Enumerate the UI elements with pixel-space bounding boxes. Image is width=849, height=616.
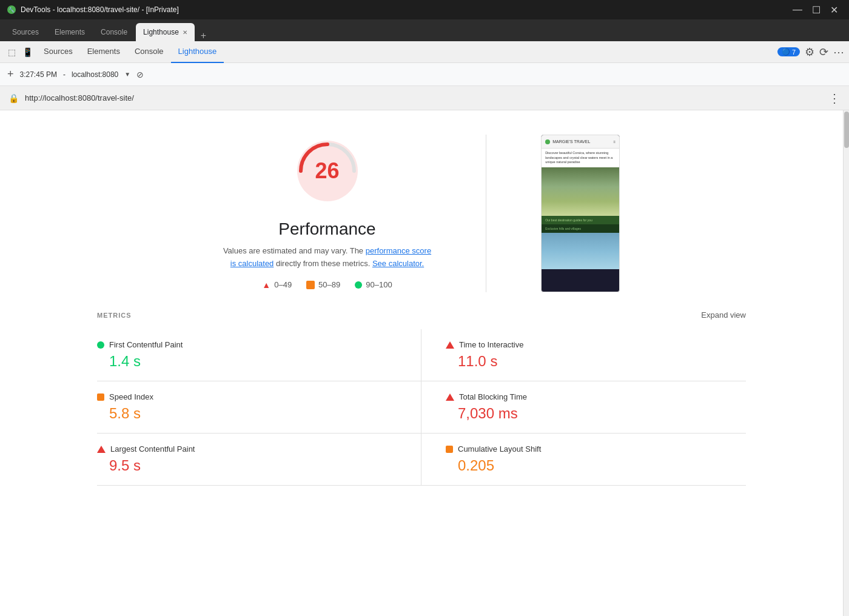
nav-tabs: Sources Elements Console Lighthouse bbox=[36, 41, 775, 63]
tab-sources-label: Sources bbox=[12, 28, 39, 36]
dropdown-icon[interactable]: ▼ bbox=[124, 71, 130, 78]
poor-icon: ▲ bbox=[262, 280, 270, 290]
mock-site-name: MARGIE'S TRAVEL bbox=[552, 139, 590, 144]
tab-elements[interactable]: Elements bbox=[47, 23, 92, 41]
metric-tbt-icon bbox=[446, 393, 454, 401]
calculator-link[interactable]: See calculator. bbox=[372, 259, 424, 268]
main-content: 26 Performance Values are estimated and … bbox=[0, 110, 849, 616]
sync-icon[interactable]: ⟳ bbox=[819, 45, 828, 59]
mock-sky-image bbox=[542, 233, 619, 269]
window-controls[interactable]: — ☐ ✕ bbox=[789, 4, 842, 16]
close-button[interactable]: ✕ bbox=[827, 4, 842, 16]
metric-tbt-name: Total Blocking Time bbox=[459, 392, 527, 401]
title-bar-text: DevTools - localhost:8080/travel-site/ -… bbox=[21, 5, 179, 14]
mock-logo bbox=[545, 139, 550, 144]
timestamp: 3:27:45 PM bbox=[20, 70, 57, 79]
title-bar: 🔧 DevTools - localhost:8080/travel-site/… bbox=[0, 0, 849, 19]
scrollbar[interactable] bbox=[843, 110, 849, 616]
performance-gauge: 26 bbox=[291, 135, 364, 207]
tab-lighthouse-label: Lighthouse bbox=[143, 28, 179, 36]
devtools-icon: 🔧 bbox=[7, 5, 16, 14]
toolbar-right: 🔵 7 ⚙ ⟳ ⋯ bbox=[777, 45, 844, 59]
more-options-icon[interactable]: ⋯ bbox=[833, 45, 844, 59]
metric-lcp: Largest Contentful Paint 9.5 s bbox=[97, 434, 421, 486]
nav-tab-lighthouse-label: Lighthouse bbox=[178, 47, 217, 56]
metric-si-name-row: Speed Index bbox=[97, 392, 409, 401]
mock-menu-icon: ≡ bbox=[614, 140, 616, 144]
expand-view-button[interactable]: Expand view bbox=[701, 310, 746, 320]
gauge-score: 26 bbox=[315, 158, 339, 184]
maximize-button[interactable]: ☐ bbox=[808, 4, 824, 16]
tab-close-icon[interactable]: ✕ bbox=[183, 29, 187, 36]
metric-lcp-name-row: Largest Contentful Paint bbox=[97, 444, 409, 454]
address-menu-icon[interactable]: ⋮ bbox=[828, 91, 841, 105]
tab-console-label: Console bbox=[101, 28, 127, 36]
legend: ▲ 0–49 50–89 90–100 bbox=[262, 280, 392, 290]
security-icon: 🔒 bbox=[8, 93, 19, 103]
metric-cls-name: Cumulative Layout Shift bbox=[458, 444, 541, 454]
screenshot: MARGIE'S TRAVEL ≡ Discover beautiful Cor… bbox=[541, 135, 620, 292]
stop-icon[interactable]: ⊘ bbox=[136, 70, 144, 79]
metric-fcp-icon bbox=[97, 341, 104, 349]
metric-cls-value: 0.205 bbox=[446, 457, 734, 474]
nav-tab-sources-label: Sources bbox=[44, 47, 73, 56]
metric-cls: Cumulative Layout Shift 0.205 bbox=[421, 434, 746, 486]
device-icon[interactable]: 📱 bbox=[21, 45, 34, 59]
content-area: 26 Performance Values are estimated and … bbox=[0, 110, 843, 616]
nav-tab-lighthouse[interactable]: Lighthouse bbox=[171, 41, 224, 63]
scrollbar-thumb[interactable] bbox=[844, 112, 849, 148]
perf-desc-text2: directly from these metrics. bbox=[276, 259, 370, 268]
metrics-title: METRICS bbox=[97, 312, 132, 319]
minimize-button[interactable]: — bbox=[789, 4, 806, 16]
devtools-toolbar: ⬚ 📱 Sources Elements Console Lighthouse … bbox=[0, 41, 849, 63]
metric-tbt-name-row: Total Blocking Time bbox=[446, 392, 734, 401]
host-display: localhost:8080 bbox=[72, 70, 118, 79]
metric-tti-icon bbox=[446, 341, 454, 349]
metric-cls-name-row: Cumulative Layout Shift bbox=[446, 444, 734, 454]
metric-si-icon bbox=[97, 393, 104, 401]
metric-cls-icon bbox=[446, 446, 453, 453]
new-tab-button[interactable]: + bbox=[196, 30, 211, 41]
tab-console[interactable]: Console bbox=[93, 23, 135, 41]
mock-bottom-content: Our best destination guides for you bbox=[545, 218, 592, 222]
inspect-icon[interactable]: ⬚ bbox=[5, 45, 18, 59]
metric-tti-value: 11.0 s bbox=[446, 353, 734, 370]
metric-fcp-value: 1.4 s bbox=[97, 353, 409, 370]
performance-description: Values are estimated and may vary. The p… bbox=[223, 245, 431, 270]
nav-tab-console[interactable]: Console bbox=[127, 41, 171, 63]
metrics-grid: First Contentful Paint 1.4 s Time to Int… bbox=[97, 329, 746, 486]
tab-sources[interactable]: Sources bbox=[5, 23, 46, 41]
divider bbox=[486, 135, 486, 292]
metric-lcp-value: 9.5 s bbox=[97, 457, 409, 474]
mock-landscape-image bbox=[542, 167, 619, 216]
legend-good: 90–100 bbox=[355, 280, 392, 289]
metrics-section: METRICS Expand view First Contentful Pai… bbox=[0, 292, 843, 498]
needs-improvement-range: 50–89 bbox=[318, 280, 340, 289]
nav-tab-elements[interactable]: Elements bbox=[80, 41, 127, 63]
metric-tbt: Total Blocking Time 7,030 ms bbox=[421, 381, 746, 434]
performance-title: Performance bbox=[278, 219, 375, 239]
legend-needs-improvement: 50–89 bbox=[306, 280, 340, 289]
metric-tbt-value: 7,030 ms bbox=[446, 405, 734, 422]
metric-tti-name-row: Time to Interactive bbox=[446, 340, 734, 349]
add-tab-icon[interactable]: + bbox=[7, 68, 14, 81]
good-range: 90–100 bbox=[366, 280, 392, 289]
address-bar: 🔒 http://localhost:8080/travel-site/ ⋮ bbox=[0, 86, 849, 110]
tab-lighthouse[interactable]: Lighthouse ✕ bbox=[136, 23, 195, 41]
url-display: - bbox=[63, 70, 65, 79]
metric-lcp-name: Largest Contentful Paint bbox=[110, 444, 195, 454]
notification-badge[interactable]: 🔵 7 bbox=[777, 47, 800, 56]
metric-fcp-name: First Contentful Paint bbox=[109, 340, 183, 349]
metric-fcp: First Contentful Paint 1.4 s bbox=[97, 329, 421, 381]
metric-lcp-icon bbox=[97, 446, 106, 453]
mock-footer-text: Exclusive hills and villages bbox=[542, 224, 619, 233]
good-icon bbox=[355, 281, 362, 289]
address-url[interactable]: http://localhost:8080/travel-site/ bbox=[25, 93, 822, 102]
settings-icon[interactable]: ⚙ bbox=[805, 45, 814, 59]
perf-desc-text1: Values are estimated and may vary. The bbox=[223, 246, 363, 255]
tab-bar: Sources Elements Console Lighthouse ✕ + bbox=[0, 19, 849, 41]
metric-si: Speed Index 5.8 s bbox=[97, 381, 421, 434]
needs-improvement-icon bbox=[306, 281, 315, 289]
nav-tab-sources[interactable]: Sources bbox=[36, 41, 80, 63]
metric-tti-name: Time to Interactive bbox=[459, 340, 523, 349]
